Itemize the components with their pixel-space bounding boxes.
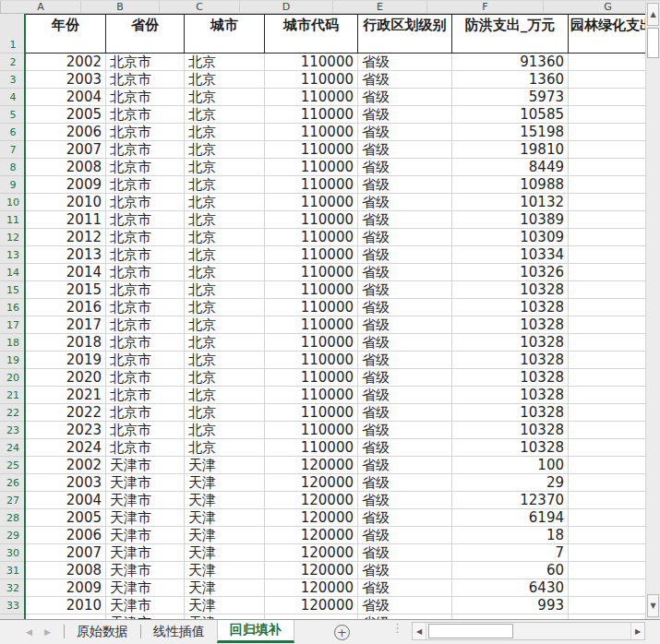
cell[interactable]: 天津 xyxy=(185,492,265,509)
cell[interactable] xyxy=(569,457,645,474)
cell[interactable]: 15198 xyxy=(452,124,569,141)
cell[interactable]: 2010 xyxy=(26,597,106,614)
cell[interactable]: 2003 xyxy=(26,474,106,492)
cell[interactable] xyxy=(569,264,645,281)
cell[interactable]: 省级 xyxy=(358,334,452,352)
cell[interactable]: 2017 xyxy=(26,316,106,334)
cell[interactable]: 北京 xyxy=(185,264,265,281)
cell[interactable]: 60 xyxy=(452,562,569,579)
cell[interactable]: 北京市 xyxy=(106,89,185,106)
cell[interactable] xyxy=(569,597,645,614)
select-all-corner[interactable] xyxy=(0,1,1,14)
cell[interactable]: 北京 xyxy=(185,369,265,387)
cell[interactable]: 北京 xyxy=(185,352,265,369)
cell[interactable] xyxy=(569,54,645,71)
cell[interactable]: 北京市 xyxy=(106,71,185,89)
row-number[interactable]: 19 xyxy=(0,352,26,369)
cell[interactable]: 天津市 xyxy=(106,527,185,544)
row-number[interactable]: 10 xyxy=(0,194,26,211)
cell[interactable]: 2011 xyxy=(26,211,106,229)
cell[interactable]: 100 xyxy=(452,457,569,474)
cell[interactable]: 省级 xyxy=(358,141,452,159)
cell[interactable]: 省级 xyxy=(358,369,452,387)
cell[interactable]: 省级 xyxy=(358,474,452,492)
cell[interactable]: 10328 xyxy=(452,299,569,316)
scroll-right-button[interactable]: ▶ xyxy=(630,623,644,639)
row-number[interactable]: 22 xyxy=(0,404,26,422)
cell[interactable]: 7 xyxy=(452,544,569,562)
cell[interactable]: 北京市 xyxy=(106,194,185,211)
cell[interactable]: 10326 xyxy=(452,264,569,281)
cell[interactable]: 省级 xyxy=(358,106,452,124)
tab-scrollbar-drag-handle[interactable]: ⋮ xyxy=(391,621,403,635)
cell[interactable]: 10328 xyxy=(452,404,569,422)
row-number[interactable]: 3 xyxy=(0,71,26,89)
scroll-down-button[interactable]: ▼ xyxy=(647,594,659,617)
cell[interactable]: 天津市 xyxy=(106,509,185,527)
cell[interactable]: 2006 xyxy=(26,124,106,141)
cell[interactable]: 省级 xyxy=(358,299,452,316)
cell[interactable] xyxy=(569,422,645,439)
tab-nav-prev-icon[interactable]: ◀ xyxy=(26,627,32,637)
row-number[interactable]: 29 xyxy=(0,527,26,544)
cell[interactable]: 北京市 xyxy=(106,159,185,176)
cell[interactable]: 省级 xyxy=(358,439,452,457)
cell[interactable]: 2008 xyxy=(26,562,106,579)
cell[interactable]: 北京 xyxy=(185,89,265,106)
cell[interactable] xyxy=(569,159,645,176)
cell[interactable] xyxy=(569,229,645,246)
cell[interactable] xyxy=(569,352,645,369)
cell[interactable] xyxy=(569,527,645,544)
cell[interactable]: 北京 xyxy=(185,439,265,457)
cell[interactable]: 北京 xyxy=(185,334,265,352)
tab-nav-next-icon[interactable]: ▶ xyxy=(44,627,51,637)
cell[interactable]: 省级 xyxy=(358,387,452,404)
cell[interactable]: 天津 xyxy=(185,457,265,474)
cell[interactable]: 5973 xyxy=(452,89,569,106)
cell[interactable]: 天津 xyxy=(185,544,265,562)
row-number[interactable]: 12 xyxy=(0,229,26,246)
cell[interactable]: 天津 xyxy=(185,527,265,544)
cell[interactable] xyxy=(569,176,645,194)
cell[interactable]: 2007 xyxy=(26,141,106,159)
cell[interactable]: 北京 xyxy=(185,422,265,439)
cell[interactable]: 北京市 xyxy=(106,422,185,439)
cell[interactable]: 北京 xyxy=(185,229,265,246)
cell[interactable]: 120000 xyxy=(265,492,358,509)
cell[interactable]: 天津市 xyxy=(106,544,185,562)
cell[interactable]: 省级 xyxy=(358,246,452,264)
cell[interactable]: 91360 xyxy=(452,54,569,71)
column-letter-G[interactable]: G xyxy=(544,1,645,14)
cell[interactable]: 省级 xyxy=(358,544,452,562)
cell[interactable]: 北京市 xyxy=(106,439,185,457)
cell[interactable]: 110000 xyxy=(265,352,358,369)
cell[interactable] xyxy=(569,124,645,141)
cell[interactable]: 10328 xyxy=(452,281,569,299)
cell[interactable]: 2020 xyxy=(26,369,106,387)
row-number[interactable]: 21 xyxy=(0,387,26,404)
cell[interactable]: 10328 xyxy=(452,439,569,457)
cell[interactable]: 110000 xyxy=(265,54,358,71)
cell[interactable]: 120000 xyxy=(265,597,358,614)
cell[interactable]: 993 xyxy=(452,597,569,614)
cell[interactable]: 120000 xyxy=(265,562,358,579)
row-number[interactable]: 26 xyxy=(0,474,26,492)
row-number[interactable]: 7 xyxy=(0,141,26,159)
cell[interactable]: 北京 xyxy=(185,141,265,159)
row-number[interactable]: 33 xyxy=(0,597,26,614)
cell[interactable]: 19810 xyxy=(452,141,569,159)
cell[interactable]: 2007 xyxy=(26,544,106,562)
cell[interactable]: 北京市 xyxy=(106,176,185,194)
cell[interactable]: 省级 xyxy=(358,422,452,439)
cell[interactable]: 省级 xyxy=(358,404,452,422)
cell[interactable]: 省级 xyxy=(358,527,452,544)
cell[interactable]: 120000 xyxy=(265,474,358,492)
header-cell[interactable]: 防洪支出_万元 xyxy=(452,14,569,54)
cell[interactable]: 北京市 xyxy=(106,281,185,299)
cell[interactable]: 6430 xyxy=(452,579,569,597)
cell[interactable] xyxy=(569,299,645,316)
cell[interactable]: 110000 xyxy=(265,439,358,457)
row-number[interactable]: 32 xyxy=(0,579,26,597)
cell[interactable] xyxy=(569,211,645,229)
cell[interactable]: 省级 xyxy=(358,264,452,281)
